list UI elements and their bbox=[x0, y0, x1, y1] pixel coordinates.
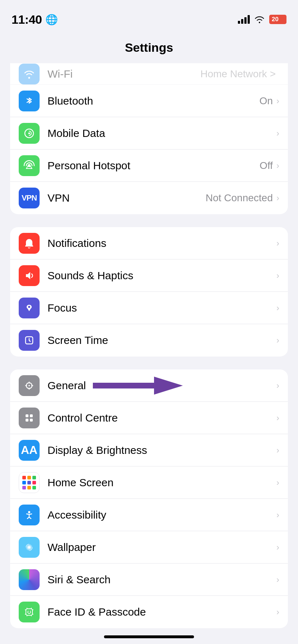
svg-rect-14 bbox=[26, 419, 28, 422]
settings-group-notifications: Notifications › Sounds & Haptics › Focus… bbox=[10, 227, 288, 356]
mobile-data-label: Mobile Data bbox=[48, 127, 273, 139]
bluetooth-row[interactable]: Bluetooth On › bbox=[10, 85, 288, 117]
bluetooth-label: Bluetooth bbox=[48, 95, 259, 107]
notifications-chevron: › bbox=[276, 238, 279, 248]
status-bar: 11:40 🌐 20 bbox=[0, 0, 298, 32]
svg-rect-21 bbox=[32, 481, 36, 484]
mobile-data-row[interactable]: Mobile Data › bbox=[10, 117, 288, 150]
control-centre-row[interactable]: Control Centre › bbox=[10, 402, 288, 434]
focus-chevron: › bbox=[276, 303, 279, 313]
siri-search-row[interactable]: Siri & Search › bbox=[10, 564, 288, 596]
vpn-label: VPN bbox=[48, 192, 206, 204]
svg-rect-12 bbox=[26, 414, 28, 417]
svg-rect-19 bbox=[22, 481, 26, 484]
general-chevron: › bbox=[276, 381, 279, 391]
status-time: 11:40 bbox=[12, 13, 42, 27]
home-screen-chevron: › bbox=[276, 478, 279, 488]
status-icons: 20 bbox=[238, 15, 286, 24]
notifications-row[interactable]: Notifications › bbox=[10, 227, 288, 259]
screen-time-label: Screen Time bbox=[48, 334, 276, 346]
vpn-row[interactable]: VPN VPN Not Connected › bbox=[10, 182, 288, 214]
screen-time-row[interactable]: Screen Time › bbox=[10, 324, 288, 356]
battery-level: 20 bbox=[272, 16, 279, 23]
siri-search-chevron: › bbox=[276, 575, 279, 585]
siri-search-label: Siri & Search bbox=[48, 574, 276, 586]
screen-time-chevron: › bbox=[276, 335, 279, 345]
signal-icon bbox=[238, 15, 250, 24]
focus-row[interactable]: Focus › bbox=[10, 292, 288, 324]
svg-rect-15 bbox=[30, 419, 33, 422]
focus-label: Focus bbox=[48, 302, 276, 314]
face-id-label: Face ID & Passcode bbox=[48, 606, 276, 618]
svg-point-28 bbox=[28, 546, 30, 548]
nav-bar: Settings bbox=[0, 32, 298, 63]
sounds-chevron: › bbox=[276, 271, 279, 281]
wallpaper-row[interactable]: Wallpaper › bbox=[10, 531, 288, 564]
general-row[interactable]: General › bbox=[10, 369, 288, 402]
svg-point-25 bbox=[28, 511, 30, 513]
svg-rect-22 bbox=[22, 486, 26, 489]
home-bar bbox=[104, 635, 194, 638]
general-label: General bbox=[48, 380, 276, 392]
settings-group-main: General › Control Centre › AA Display & … bbox=[10, 369, 288, 628]
sounds-label: Sounds & Haptics bbox=[48, 270, 276, 282]
home-screen-label: Home Screen bbox=[48, 477, 276, 489]
home-screen-row[interactable]: Home Screen › bbox=[10, 466, 288, 499]
face-id-chevron: › bbox=[276, 607, 279, 617]
svg-point-3 bbox=[28, 306, 30, 308]
bluetooth-value: On bbox=[259, 95, 273, 107]
svg-rect-23 bbox=[27, 486, 31, 489]
svg-rect-16 bbox=[22, 476, 26, 479]
globe-icon: 🌐 bbox=[45, 14, 58, 26]
svg-rect-29 bbox=[26, 609, 32, 615]
display-brightness-chevron: › bbox=[276, 445, 279, 455]
svg-rect-13 bbox=[30, 414, 33, 417]
vpn-chevron: › bbox=[276, 193, 279, 203]
display-brightness-label: Display & Brightness bbox=[48, 444, 276, 456]
display-brightness-row[interactable]: AA Display & Brightness › bbox=[10, 434, 288, 466]
svg-rect-24 bbox=[32, 486, 36, 489]
settings-group-connectivity: Wi-Fi Home Network > Bluetooth On › Mobi… bbox=[10, 63, 288, 214]
wallpaper-label: Wallpaper bbox=[48, 541, 276, 553]
personal-hotspot-label: Personal Hotspot bbox=[48, 160, 259, 172]
wifi-row[interactable]: Wi-Fi Home Network > bbox=[10, 63, 288, 85]
svg-point-6 bbox=[28, 385, 30, 386]
accessibility-chevron: › bbox=[276, 510, 279, 520]
accessibility-label: Accessibility bbox=[48, 509, 276, 521]
personal-hotspot-row[interactable]: Personal Hotspot Off › bbox=[10, 150, 288, 182]
face-id-row[interactable]: Face ID & Passcode › bbox=[10, 596, 288, 628]
battery-icon: 20 bbox=[269, 15, 286, 24]
wallpaper-chevron: › bbox=[276, 542, 279, 552]
vpn-value: Not Connected bbox=[206, 192, 273, 204]
personal-hotspot-value: Off bbox=[259, 160, 273, 171]
control-centre-label: Control Centre bbox=[48, 412, 276, 424]
mobile-data-chevron: › bbox=[276, 128, 279, 138]
notifications-label: Notifications bbox=[48, 237, 276, 249]
svg-rect-18 bbox=[32, 476, 36, 479]
nav-title: Settings bbox=[125, 41, 173, 55]
accessibility-row[interactable]: Accessibility › bbox=[10, 499, 288, 531]
control-centre-chevron: › bbox=[276, 413, 279, 423]
svg-rect-20 bbox=[27, 481, 31, 484]
svg-rect-17 bbox=[27, 476, 31, 479]
svg-point-1 bbox=[28, 132, 30, 134]
sounds-row[interactable]: Sounds & Haptics › bbox=[10, 259, 288, 292]
wifi-icon bbox=[254, 15, 265, 23]
personal-hotspot-chevron: › bbox=[276, 161, 279, 171]
bluetooth-chevron: › bbox=[276, 96, 279, 106]
